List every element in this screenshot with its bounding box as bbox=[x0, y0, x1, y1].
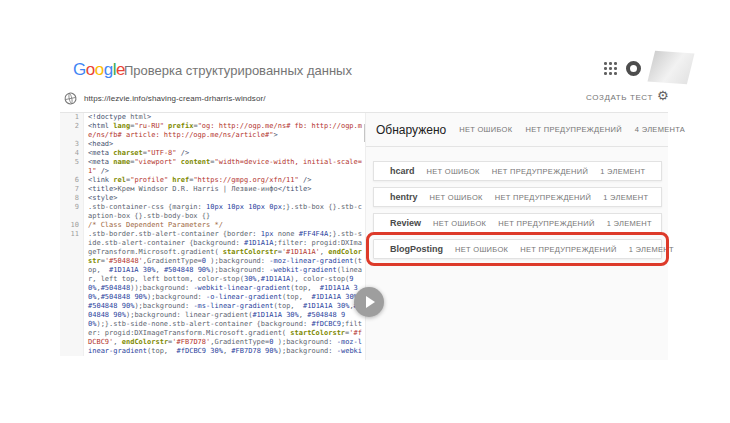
app-title: Проверка структурированных данных bbox=[124, 63, 352, 78]
code-line[interactable]: 8<style> bbox=[60, 194, 363, 203]
summary-warnings: НЕТ ПРЕДУПРЕЖДЕНИЙ bbox=[525, 125, 621, 134]
code-line[interactable]: 4<meta charset="UTF-8" /> bbox=[60, 149, 363, 158]
code-line[interactable]: 10/* Class Dependent Parameters */ bbox=[60, 221, 363, 230]
result-row-review[interactable]: Review НЕТ ОШИБОК НЕТ ПРЕДУПРЕЖДЕНИЙ 1 Э… bbox=[373, 213, 662, 233]
line-number: 7 bbox=[60, 185, 84, 194]
code-text: .stb-container-css {margin: 10px 10px 10… bbox=[84, 203, 363, 221]
result-count: 1 ЭЛЕМЕНТ bbox=[600, 167, 645, 176]
summary-count: 4 ЭЛЕМЕНТА bbox=[635, 125, 685, 134]
avatar-image bbox=[647, 51, 694, 85]
code-line[interactable]: 11.stb-border.stb-alert-container {borde… bbox=[60, 230, 363, 356]
code-line[interactable]: 5<meta name="viewport" content="width=de… bbox=[60, 158, 363, 176]
avatar[interactable] bbox=[626, 61, 641, 76]
settings-gear-icon[interactable]: ⚙ bbox=[657, 88, 669, 103]
result-warnings: НЕТ ПРЕДУПРЕЖДЕНИЙ bbox=[495, 193, 591, 202]
result-type-name: hentry bbox=[390, 192, 418, 202]
results-panel: Обнаружено НЕТ ОШИБОК НЕТ ПРЕДУПРЕЖДЕНИЙ… bbox=[365, 113, 668, 360]
result-errors: НЕТ ОШИБОК bbox=[455, 245, 508, 254]
result-warnings: НЕТ ПРЕДУПРЕЖДЕНИЙ bbox=[492, 167, 588, 176]
line-number: 11 bbox=[60, 230, 84, 356]
result-type-name: hcard bbox=[390, 166, 415, 176]
code-text: <!doctype html> bbox=[84, 113, 363, 122]
result-type-name: Review bbox=[390, 218, 421, 228]
result-row-hcard[interactable]: hcard НЕТ ОШИБОК НЕТ ПРЕДУПРЕЖДЕНИЙ 1 ЭЛ… bbox=[373, 161, 662, 181]
result-row-hentry[interactable]: hentry НЕТ ОШИБОК НЕТ ПРЕДУПРЕЖДЕНИЙ 1 Э… bbox=[373, 187, 662, 207]
line-number: 1 bbox=[60, 113, 84, 122]
summary-errors: НЕТ ОШИБОК bbox=[459, 125, 512, 134]
code-text: .stb-border.stb-alert-container {border:… bbox=[84, 230, 363, 356]
code-line[interactable]: 7<title>Крем Windsor D.R. Harris | Лезви… bbox=[60, 185, 363, 194]
code-text: <meta name="viewport" content="width=dev… bbox=[84, 158, 363, 176]
code-text: <title>Крем Windsor D.R. Harris | Лезвие… bbox=[84, 185, 363, 194]
line-number: 6 bbox=[60, 176, 84, 185]
google-logo[interactable]: Google bbox=[73, 60, 125, 80]
play-icon bbox=[366, 296, 375, 308]
line-number: 2 bbox=[60, 122, 84, 140]
line-number: 9 bbox=[60, 203, 84, 221]
structured-data-testing-tool: Google Проверка структурированных данных… bbox=[0, 0, 730, 423]
code-text: <head> bbox=[84, 140, 363, 149]
code-line[interactable]: 6<link rel="profile" href="https://gmpg.… bbox=[60, 176, 363, 185]
result-warnings: НЕТ ПРЕДУПРЕЖДЕНИЙ bbox=[520, 245, 616, 254]
result-row-blogposting[interactable]: BlogPosting НЕТ ОШИБОК НЕТ ПРЕДУПРЕЖДЕНИ… bbox=[373, 239, 662, 259]
line-number: 10 bbox=[60, 221, 84, 230]
result-count: 1 ЭЛЕМЕНТ bbox=[603, 193, 648, 202]
result-warnings: НЕТ ПРЕДУПРЕЖДЕНИЙ bbox=[498, 219, 594, 228]
code-text: <style> bbox=[84, 194, 363, 203]
results-title: Обнаружено bbox=[376, 123, 446, 137]
code-line[interactable]: 2<html lang="ru-RU" prefix="og: http://o… bbox=[60, 122, 363, 140]
code-text: <meta charset="UTF-8" /> bbox=[84, 149, 363, 158]
tested-url[interactable]: https://lezvie.info/shaving-cream-drharr… bbox=[84, 94, 266, 103]
code-editor[interactable]: 1<!doctype html>2<html lang="ru-RU" pref… bbox=[60, 113, 363, 356]
result-count: 1 ЭЛЕМЕНТ bbox=[629, 245, 674, 254]
code-text: <html lang="ru-RU" prefix="og: http://og… bbox=[84, 122, 363, 140]
code-text: /* Class Dependent Parameters */ bbox=[84, 221, 363, 230]
line-number: 3 bbox=[60, 140, 84, 149]
globe-icon bbox=[64, 91, 77, 104]
line-number: 8 bbox=[60, 194, 84, 203]
result-errors: НЕТ ОШИБОК bbox=[427, 167, 480, 176]
code-text: <link rel="profile" href="https://gmpg.o… bbox=[84, 176, 363, 185]
result-errors: НЕТ ОШИБОК bbox=[430, 193, 483, 202]
line-number: 4 bbox=[60, 149, 84, 158]
results-list: hcard НЕТ ОШИБОК НЕТ ПРЕДУПРЕЖДЕНИЙ 1 ЭЛ… bbox=[366, 147, 668, 259]
result-type-name: BlogPosting bbox=[390, 244, 443, 254]
run-validation-button[interactable] bbox=[354, 287, 384, 317]
code-line[interactable]: 9.stb-container-css {margin: 10px 10px 1… bbox=[60, 203, 363, 221]
result-errors: НЕТ ОШИБОК bbox=[433, 219, 486, 228]
create-test-button[interactable]: СОЗДАТЬ ТЕСТ bbox=[586, 93, 653, 102]
result-count: 1 ЭЛЕМЕНТ bbox=[607, 219, 652, 228]
line-number: 5 bbox=[60, 158, 84, 176]
results-header: Обнаружено НЕТ ОШИБОК НЕТ ПРЕДУПРЕЖДЕНИЙ… bbox=[366, 113, 668, 147]
code-line[interactable]: 3<head> bbox=[60, 140, 363, 149]
apps-grid-icon[interactable] bbox=[604, 62, 617, 75]
code-line[interactable]: 1<!doctype html> bbox=[60, 113, 363, 122]
